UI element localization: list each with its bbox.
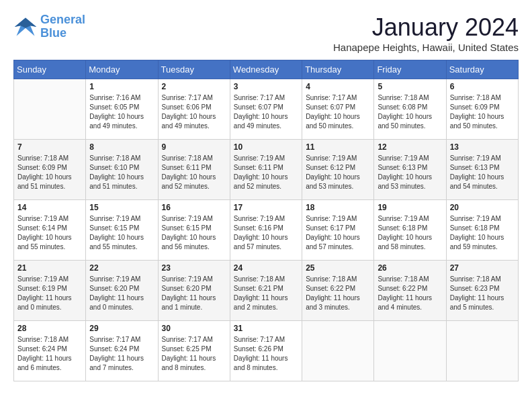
calendar-cell: 1Sunrise: 7:16 AM Sunset: 6:05 PM Daylig… [86, 79, 158, 140]
day-number: 25 [306, 263, 370, 273]
day-number: 16 [162, 203, 226, 212]
day-info: Sunrise: 7:17 AM Sunset: 6:07 PM Dayligh… [234, 93, 298, 131]
calendar-cell [446, 321, 518, 381]
calendar-cell: 7Sunrise: 7:18 AM Sunset: 6:09 PM Daylig… [14, 140, 86, 200]
calendar-cell: 30Sunrise: 7:17 AM Sunset: 6:25 PM Dayli… [158, 321, 230, 381]
header: General Blue January 2024 Hanapepe Heigh… [13, 13, 519, 53]
day-number: 4 [306, 82, 370, 91]
calendar-cell: 8Sunrise: 7:18 AM Sunset: 6:10 PM Daylig… [86, 140, 158, 200]
day-number: 29 [89, 324, 154, 333]
day-number: 30 [162, 324, 226, 333]
calendar-cell: 18Sunrise: 7:19 AM Sunset: 6:17 PM Dayli… [302, 200, 374, 261]
calendar-cell: 4Sunrise: 7:17 AM Sunset: 6:07 PM Daylig… [302, 79, 374, 140]
day-info: Sunrise: 7:18 AM Sunset: 6:08 PM Dayligh… [378, 93, 442, 131]
day-number: 21 [17, 263, 82, 273]
day-number: 5 [378, 82, 442, 91]
calendar-cell: 2Sunrise: 7:17 AM Sunset: 6:06 PM Daylig… [158, 79, 230, 140]
day-info: Sunrise: 7:18 AM Sunset: 6:22 PM Dayligh… [378, 275, 442, 312]
calendar-cell: 26Sunrise: 7:18 AM Sunset: 6:22 PM Dayli… [374, 261, 446, 321]
day-number: 2 [162, 82, 226, 91]
day-info: Sunrise: 7:18 AM Sunset: 6:21 PM Dayligh… [234, 275, 298, 312]
day-number: 24 [234, 263, 298, 273]
weekday-header-saturday: Saturday [446, 60, 518, 79]
calendar-cell: 23Sunrise: 7:19 AM Sunset: 6:20 PM Dayli… [158, 261, 230, 321]
calendar-cell [14, 79, 86, 140]
day-number: 23 [162, 263, 226, 273]
calendar-cell: 19Sunrise: 7:19 AM Sunset: 6:18 PM Dayli… [374, 200, 446, 261]
day-number: 10 [234, 142, 298, 152]
day-number: 3 [234, 82, 298, 91]
day-number: 31 [234, 324, 298, 333]
calendar-cell: 27Sunrise: 7:18 AM Sunset: 6:23 PM Dayli… [446, 261, 518, 321]
calendar-cell: 12Sunrise: 7:19 AM Sunset: 6:13 PM Dayli… [374, 140, 446, 200]
weekday-header-wednesday: Wednesday [230, 60, 302, 79]
calendar-cell [302, 321, 374, 381]
calendar-cell: 14Sunrise: 7:19 AM Sunset: 6:14 PM Dayli… [14, 200, 86, 261]
calendar-cell: 16Sunrise: 7:19 AM Sunset: 6:15 PM Dayli… [158, 200, 230, 261]
calendar-week-row: 14Sunrise: 7:19 AM Sunset: 6:14 PM Dayli… [14, 200, 519, 261]
calendar-cell: 10Sunrise: 7:19 AM Sunset: 6:11 PM Dayli… [230, 140, 302, 200]
calendar-cell: 3Sunrise: 7:17 AM Sunset: 6:07 PM Daylig… [230, 79, 302, 140]
day-number: 18 [306, 203, 370, 212]
day-number: 27 [450, 263, 515, 273]
day-info: Sunrise: 7:19 AM Sunset: 6:14 PM Dayligh… [17, 214, 82, 252]
day-number: 17 [234, 203, 298, 212]
calendar-week-row: 7Sunrise: 7:18 AM Sunset: 6:09 PM Daylig… [14, 140, 519, 200]
logo-icon [13, 15, 38, 39]
day-number: 13 [450, 142, 515, 152]
day-info: Sunrise: 7:17 AM Sunset: 6:06 PM Dayligh… [162, 93, 226, 131]
logo: General Blue [13, 13, 85, 40]
calendar-cell: 13Sunrise: 7:19 AM Sunset: 6:13 PM Dayli… [446, 140, 518, 200]
day-info: Sunrise: 7:19 AM Sunset: 6:11 PM Dayligh… [234, 154, 298, 191]
day-number: 28 [17, 324, 82, 333]
day-info: Sunrise: 7:19 AM Sunset: 6:12 PM Dayligh… [306, 154, 370, 191]
day-number: 14 [17, 203, 82, 212]
calendar-cell: 22Sunrise: 7:19 AM Sunset: 6:20 PM Dayli… [86, 261, 158, 321]
calendar-cell: 31Sunrise: 7:17 AM Sunset: 6:26 PM Dayli… [230, 321, 302, 381]
calendar-cell: 28Sunrise: 7:18 AM Sunset: 6:24 PM Dayli… [14, 321, 86, 381]
calendar-week-row: 28Sunrise: 7:18 AM Sunset: 6:24 PM Dayli… [14, 321, 519, 381]
calendar-cell: 15Sunrise: 7:19 AM Sunset: 6:15 PM Dayli… [86, 200, 158, 261]
calendar-cell: 9Sunrise: 7:18 AM Sunset: 6:11 PM Daylig… [158, 140, 230, 200]
day-info: Sunrise: 7:18 AM Sunset: 6:10 PM Dayligh… [89, 154, 154, 191]
day-info: Sunrise: 7:18 AM Sunset: 6:24 PM Dayligh… [17, 335, 82, 373]
calendar-cell: 24Sunrise: 7:18 AM Sunset: 6:21 PM Dayli… [230, 261, 302, 321]
day-number: 22 [89, 263, 154, 273]
day-info: Sunrise: 7:17 AM Sunset: 6:07 PM Dayligh… [306, 93, 370, 131]
day-info: Sunrise: 7:19 AM Sunset: 6:18 PM Dayligh… [378, 214, 442, 252]
day-info: Sunrise: 7:19 AM Sunset: 6:20 PM Dayligh… [162, 275, 226, 312]
weekday-header-thursday: Thursday [302, 60, 374, 79]
calendar-cell: 25Sunrise: 7:18 AM Sunset: 6:22 PM Dayli… [302, 261, 374, 321]
day-number: 9 [162, 142, 226, 152]
day-number: 20 [450, 203, 515, 212]
weekday-header-friday: Friday [374, 60, 446, 79]
calendar-cell: 29Sunrise: 7:17 AM Sunset: 6:24 PM Dayli… [86, 321, 158, 381]
day-number: 6 [450, 82, 515, 91]
day-number: 1 [89, 82, 154, 91]
day-info: Sunrise: 7:19 AM Sunset: 6:20 PM Dayligh… [89, 275, 154, 312]
day-info: Sunrise: 7:18 AM Sunset: 6:09 PM Dayligh… [450, 93, 515, 131]
day-info: Sunrise: 7:18 AM Sunset: 6:22 PM Dayligh… [306, 275, 370, 312]
day-number: 8 [89, 142, 154, 152]
day-number: 11 [306, 142, 370, 152]
weekday-header-row: SundayMondayTuesdayWednesdayThursdayFrid… [14, 60, 519, 79]
calendar-cell: 6Sunrise: 7:18 AM Sunset: 6:09 PM Daylig… [446, 79, 518, 140]
calendar-cell [374, 321, 446, 381]
day-info: Sunrise: 7:19 AM Sunset: 6:17 PM Dayligh… [306, 214, 370, 252]
day-info: Sunrise: 7:19 AM Sunset: 6:15 PM Dayligh… [162, 214, 226, 252]
calendar-cell: 11Sunrise: 7:19 AM Sunset: 6:12 PM Dayli… [302, 140, 374, 200]
day-info: Sunrise: 7:19 AM Sunset: 6:13 PM Dayligh… [450, 154, 515, 191]
weekday-header-sunday: Sunday [14, 60, 86, 79]
day-info: Sunrise: 7:17 AM Sunset: 6:24 PM Dayligh… [89, 335, 154, 373]
day-info: Sunrise: 7:19 AM Sunset: 6:13 PM Dayligh… [378, 154, 442, 191]
weekday-header-tuesday: Tuesday [158, 60, 230, 79]
day-info: Sunrise: 7:19 AM Sunset: 6:15 PM Dayligh… [89, 214, 154, 252]
day-number: 19 [378, 203, 442, 212]
day-info: Sunrise: 7:18 AM Sunset: 6:11 PM Dayligh… [162, 154, 226, 191]
day-info: Sunrise: 7:17 AM Sunset: 6:25 PM Dayligh… [162, 335, 226, 373]
day-info: Sunrise: 7:19 AM Sunset: 6:18 PM Dayligh… [450, 214, 515, 252]
location-title: Hanapepe Heights, Hawaii, United States [333, 42, 519, 53]
logo-text: General Blue [40, 13, 85, 40]
calendar-week-row: 1Sunrise: 7:16 AM Sunset: 6:05 PM Daylig… [14, 79, 519, 140]
day-info: Sunrise: 7:19 AM Sunset: 6:19 PM Dayligh… [17, 275, 82, 312]
